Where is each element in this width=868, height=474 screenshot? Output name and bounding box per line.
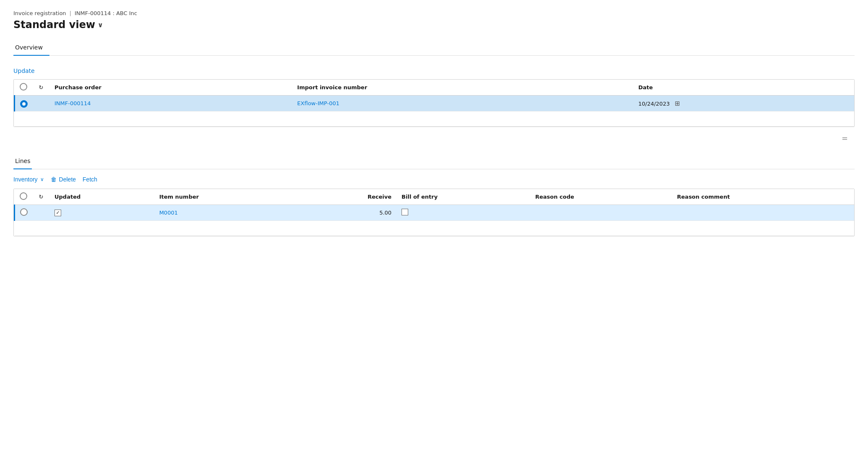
row-refresh-cell (33, 96, 49, 111)
col-header-radio (15, 80, 33, 96)
page-container: Invoice registration | INMF-000114 : ABC… (0, 0, 868, 474)
page-title-text: Standard view (13, 19, 95, 31)
lines-section: Lines Inventory ∨ 🗑 Delete Fetch (13, 154, 855, 236)
fetch-label: Fetch (83, 176, 97, 183)
separator-area: = (13, 130, 855, 146)
tab-lines[interactable]: Lines (13, 154, 32, 169)
lines-row-radio-cell[interactable] (15, 205, 33, 221)
lines-col-header-item-number: Item number (154, 189, 298, 205)
header-refresh-icon[interactable]: ↻ (38, 84, 44, 91)
cell-receive: 5.00 (298, 205, 396, 221)
lines-table-header-row: ↻ Updated Item number Receive Bill of en… (15, 189, 855, 205)
cell-reason-code[interactable] (530, 205, 672, 221)
breadcrumb: Invoice registration | INMF-000114 : ABC… (13, 10, 855, 16)
lines-col-header-bill-of-entry: Bill of entry (396, 189, 530, 205)
fetch-button[interactable]: Fetch (83, 176, 97, 183)
update-section-header[interactable]: Update (13, 67, 855, 74)
item-number-link[interactable]: M0001 (159, 210, 178, 216)
delete-trash-icon: 🗑 (51, 176, 57, 183)
inventory-chevron-icon: ∨ (40, 176, 44, 182)
breadcrumb-separator: | (70, 10, 71, 16)
col-header-refresh: ↻ (33, 80, 49, 96)
empty-cell (15, 111, 855, 127)
separator-icon: = (842, 134, 848, 142)
row-radio-btn-checked[interactable] (20, 100, 28, 108)
lines-header-refresh-icon[interactable]: ↻ (38, 194, 44, 200)
delete-button[interactable]: 🗑 Delete (51, 176, 76, 183)
lines-tabs: Lines (13, 154, 855, 169)
lines-col-header-updated: Updated (49, 189, 154, 205)
row-radio-cell[interactable] (15, 96, 33, 111)
cell-date: 10/24/2023 ⊞ (633, 96, 854, 111)
cell-updated[interactable] (49, 205, 154, 221)
lines-table-row[interactable]: M0001 5.00 (15, 205, 855, 221)
breadcrumb-part1: Invoice registration (13, 10, 66, 16)
updated-checkbox[interactable] (54, 210, 61, 216)
top-tabs: Overview (13, 41, 855, 56)
tab-overview[interactable]: Overview (13, 41, 49, 56)
lines-col-header-reason-comment: Reason comment (672, 189, 854, 205)
bill-of-entry-checkbox[interactable] (402, 209, 408, 215)
lines-row-radio-btn[interactable] (20, 208, 28, 216)
cell-bill-of-entry[interactable] (396, 205, 530, 221)
delete-label: Delete (59, 176, 76, 183)
lines-toolbar: Inventory ∨ 🗑 Delete Fetch (13, 176, 855, 183)
col-header-import-invoice-number: Import invoice number (292, 80, 633, 96)
lines-header-radio-btn[interactable] (20, 192, 27, 200)
update-section: Update ↻ Purchase order Import invoice n… (13, 67, 855, 146)
lines-table: ↻ Updated Item number Receive Bill of en… (14, 189, 854, 236)
page-title[interactable]: Standard view ∨ (13, 19, 855, 31)
cell-purchase-order[interactable]: INMF-000114 (49, 96, 292, 111)
calendar-icon[interactable]: ⊞ (675, 100, 680, 107)
lines-col-header-reason-code: Reason code (530, 189, 672, 205)
update-table: ↻ Purchase order Import invoice number D… (14, 80, 854, 127)
col-header-purchase-order: Purchase order (49, 80, 292, 96)
inventory-button[interactable]: Inventory ∨ (13, 176, 44, 183)
lines-empty-cell (15, 221, 855, 236)
lines-table-wrapper: ↻ Updated Item number Receive Bill of en… (13, 189, 855, 236)
cell-import-invoice-number[interactable]: EXflow-IMP-001 (292, 96, 633, 111)
breadcrumb-part2: INMF-000114 : ABC Inc (75, 10, 137, 16)
lines-col-header-receive: Receive (298, 189, 396, 205)
standard-view-chevron-icon[interactable]: ∨ (98, 21, 103, 29)
update-table-header-row: ↻ Purchase order Import invoice number D… (15, 80, 855, 96)
date-value: 10/24/2023 (638, 101, 670, 107)
purchase-order-link[interactable]: INMF-000114 (54, 100, 91, 106)
cell-reason-comment[interactable] (672, 205, 854, 221)
header-radio-btn[interactable] (20, 83, 27, 91)
lines-col-header-radio (15, 189, 33, 205)
update-table-wrapper: ↻ Purchase order Import invoice number D… (13, 79, 855, 127)
cell-item-number[interactable]: M0001 (154, 205, 298, 221)
inventory-label: Inventory (13, 176, 38, 183)
update-table-row[interactable]: INMF-000114 EXflow-IMP-001 10/24/2023 ⊞ (15, 96, 855, 111)
import-invoice-number-link[interactable]: EXflow-IMP-001 (297, 100, 339, 106)
lines-col-header-refresh: ↻ (33, 189, 49, 205)
lines-table-empty-row (15, 221, 855, 236)
lines-row-refresh-cell (33, 205, 49, 221)
col-header-date: Date (633, 80, 854, 96)
update-table-empty-row (15, 111, 855, 127)
